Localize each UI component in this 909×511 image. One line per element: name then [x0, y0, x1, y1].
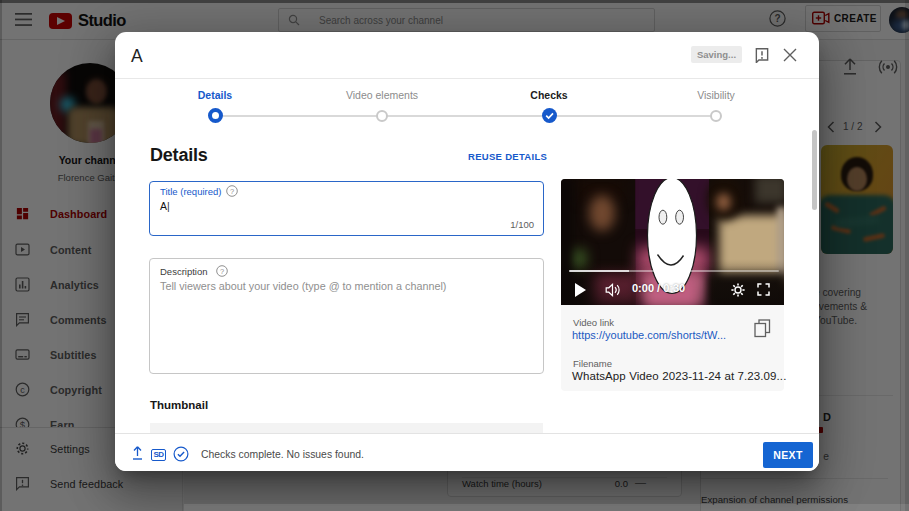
- svg-text:?: ?: [230, 187, 234, 196]
- svg-text:?: ?: [220, 267, 224, 276]
